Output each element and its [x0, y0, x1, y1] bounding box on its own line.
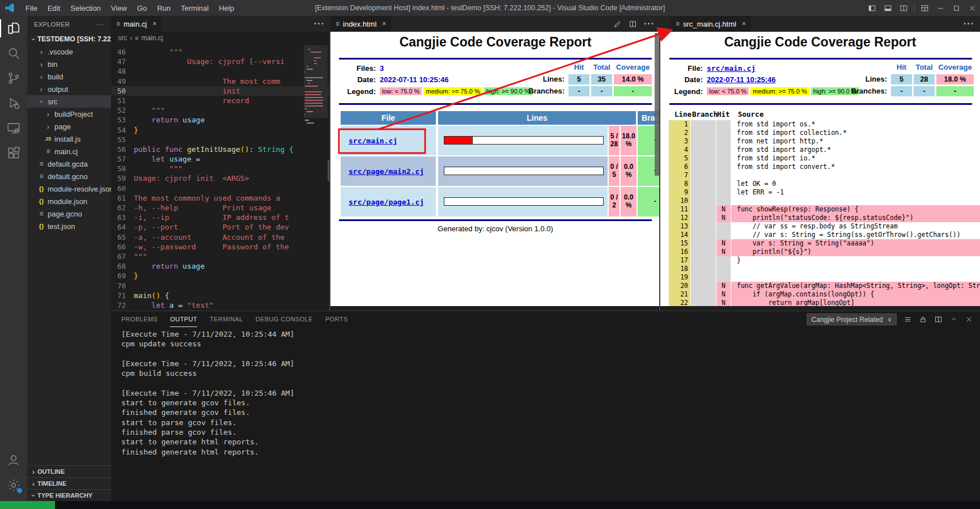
- tree-item-page-gcno[interactable]: ≡page.gcno: [27, 207, 111, 220]
- tree-item-bin[interactable]: ›bin: [27, 58, 111, 70]
- maximize-icon[interactable]: [948, 0, 964, 16]
- panel-tab-output[interactable]: OUTPUT: [170, 311, 197, 327]
- listing-row-16: 16N println("${s}"): [660, 248, 980, 256]
- chevron-down-icon: ›: [37, 98, 45, 105]
- file-name-link[interactable]: src/main.cj: [707, 64, 756, 73]
- menu-help[interactable]: Help: [214, 0, 239, 16]
- explorer-icon[interactable]: [0, 16, 27, 41]
- listing-line-number: 11: [669, 205, 690, 214]
- breadcrumb[interactable]: src › ≡ main.cj: [111, 32, 330, 44]
- tree-item-default-gcda[interactable]: ≡default.gcda: [27, 158, 111, 170]
- close-icon[interactable]: [964, 0, 980, 16]
- pane-divider[interactable]: [659, 32, 660, 311]
- sidebar-section-timeline[interactable]: ›TIMELINE: [27, 477, 111, 489]
- output-log[interactable]: [Execute Time - 7/11/2022, 10:25:44 AM]c…: [121, 329, 974, 499]
- tree-item-output[interactable]: ›output: [27, 83, 111, 95]
- line-number: 67: [111, 252, 134, 261]
- minimize-icon[interactable]: [932, 0, 948, 16]
- minimap-line: [314, 57, 321, 58]
- activity-bar: [0, 16, 27, 501]
- menu-view[interactable]: View: [106, 0, 132, 16]
- listing-line-number: 4: [669, 146, 690, 154]
- tree-item-main-cj[interactable]: ≡main.cj: [27, 145, 111, 158]
- layout-customize-icon[interactable]: [917, 0, 932, 16]
- accounts-icon[interactable]: [0, 448, 27, 473]
- split-editor-icon[interactable]: [629, 20, 637, 28]
- tree-item-install-js[interactable]: JSinstall.js: [27, 133, 111, 145]
- close-tab-icon[interactable]: ×: [742, 20, 746, 28]
- tree-item-module-resolve-json[interactable]: {}module-resolve.json: [27, 183, 111, 195]
- lock-scroll-icon[interactable]: [919, 315, 927, 324]
- file-link[interactable]: src/page/page1.cj: [349, 198, 424, 206]
- table-row: src/main.cj5 / 2818.0 %-: [330, 126, 660, 155]
- remote-explorer-icon[interactable]: [0, 116, 27, 141]
- listing-source: if (argMap.contains(longOpt)) {: [731, 290, 980, 299]
- tab-src-main-cj-html[interactable]: ≡ src_main.cj.html ×: [671, 16, 751, 32]
- tree-item--vscode[interactable]: ›.vscode: [27, 45, 111, 58]
- coverage-report-file: Cangjie Code Coverage Report File: src/m…: [660, 32, 980, 306]
- minimap[interactable]: [304, 44, 328, 311]
- menu-terminal[interactable]: Terminal: [176, 0, 214, 16]
- layout-panel-bottom-icon[interactable]: [880, 0, 896, 16]
- minimap-slider[interactable]: [304, 45, 328, 118]
- search-icon[interactable]: [0, 41, 27, 66]
- listing-line-number: 15: [669, 239, 690, 248]
- tab-main-cj[interactable]: ≡ main.cj ×: [111, 16, 162, 32]
- sidebar-section-outline[interactable]: ›OUTLINE: [27, 465, 111, 477]
- file-link[interactable]: src/main.cj: [349, 137, 397, 145]
- tree-item-build[interactable]: ›build: [27, 70, 111, 83]
- split-panel-icon[interactable]: [934, 315, 943, 324]
- run-debug-icon[interactable]: [0, 91, 27, 116]
- file-link[interactable]: src/page/main2.cj: [349, 167, 424, 176]
- tree-item-buildproject[interactable]: ›buildProject: [27, 108, 111, 120]
- close-tab-icon[interactable]: ×: [152, 20, 156, 28]
- tree-item-default-gcno[interactable]: ≡default.gcno: [27, 170, 111, 183]
- legend-medium: medium: >= 75.0 %: [750, 87, 809, 95]
- listing-line-number: 1: [669, 120, 690, 129]
- menu-selection[interactable]: Selection: [65, 0, 105, 16]
- listing-hit-cell: [716, 188, 731, 197]
- menu-edit[interactable]: Edit: [43, 0, 65, 16]
- maximize-panel-icon[interactable]: [949, 315, 958, 324]
- tree-item-module-json[interactable]: {}module.json: [27, 195, 111, 207]
- sidebar-section-type-hierarchy[interactable]: ›TYPE HIERARCHY: [27, 489, 111, 501]
- code-line-58: 58 """: [111, 164, 330, 173]
- manage-icon[interactable]: [0, 473, 27, 498]
- panel-tab-problems[interactable]: PROBLEMS: [121, 311, 158, 327]
- editor-actions-more-icon[interactable]: ···: [314, 19, 325, 29]
- layout-panel-left-icon[interactable]: [864, 0, 880, 16]
- edit-icon[interactable]: [613, 20, 622, 28]
- tab-index-html[interactable]: ≡ index.html ×: [330, 16, 391, 32]
- code-line-60: 60: [111, 184, 330, 193]
- menu-file[interactable]: File: [20, 0, 43, 16]
- close-panel-icon[interactable]: [965, 315, 973, 324]
- code-editor[interactable]: 46 """47 Usage: cjprof [--versi48 49 The…: [111, 44, 330, 311]
- source-control-icon[interactable]: [0, 66, 27, 91]
- workspace-root[interactable]: › TESTDEMO [SSH: 7.222.10...: [27, 33, 111, 45]
- layout-split-icon[interactable]: [896, 0, 911, 16]
- output-channel-select[interactable]: Cangjie Project Related ∨: [807, 313, 897, 325]
- minimap-line: [305, 77, 323, 78]
- menu-run[interactable]: Run: [152, 0, 176, 16]
- listing-source: func showResp(resp: Response) {: [731, 205, 980, 214]
- minimap-line: [307, 69, 313, 70]
- tree-item-src[interactable]: ›src: [27, 95, 111, 108]
- remote-indicator[interactable]: [0, 501, 55, 509]
- extensions-icon[interactable]: [0, 141, 27, 166]
- more-actions-icon[interactable]: ···: [964, 19, 974, 29]
- status-bar: [0, 501, 980, 509]
- tree-item-page[interactable]: ›page: [27, 120, 111, 133]
- editor-group-3-tabs: ≡ src_main.cj.html × ···: [660, 16, 980, 32]
- pane-divider[interactable]: [329, 32, 330, 311]
- clear-output-icon[interactable]: [903, 315, 912, 324]
- more-actions-icon[interactable]: ···: [644, 19, 655, 29]
- close-tab-icon[interactable]: ×: [382, 20, 386, 28]
- panel-tab-ports[interactable]: PORTS: [325, 311, 348, 327]
- line-number: 53: [111, 115, 134, 125]
- listing-branch-cell: [691, 129, 716, 137]
- menu-go[interactable]: Go: [132, 0, 152, 16]
- panel-tab-debug-console[interactable]: DEBUG CONSOLE: [256, 311, 313, 327]
- tree-item-test-json[interactable]: {}test.json: [27, 220, 111, 232]
- panel-tab-terminal[interactable]: TERMINAL: [210, 311, 243, 327]
- explorer-more-icon[interactable]: ···: [96, 21, 104, 28]
